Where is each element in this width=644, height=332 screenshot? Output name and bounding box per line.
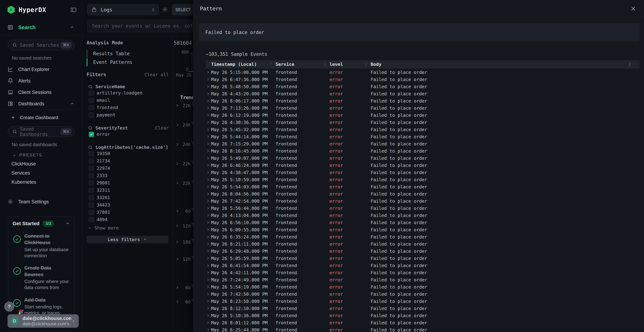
filter-option[interactable]: 32311 [86,186,169,194]
chevron-right-icon[interactable] [206,177,211,182]
event-row[interactable]: May 26 6:46:24.000 PMfrontenderrorFailed… [206,162,640,169]
chevron-right-icon[interactable] [206,184,211,189]
filter-option[interactable]: 33261 [86,194,169,201]
chevron-right-icon[interactable] [206,263,211,268]
pattern-trend-row[interactable]: 60 [173,284,193,291]
chevron-right-icon[interactable] [206,234,211,239]
checkbox[interactable] [89,158,94,164]
filter-option[interactable]: 2333 [86,172,169,179]
create-dashboard-button[interactable]: Create Dashboard [0,112,82,123]
sidebar-item-team-settings[interactable]: Team Settings [0,196,82,208]
chevron-right-icon[interactable] [206,256,211,261]
chevron-right-icon[interactable] [175,300,180,304]
event-row[interactable]: May 26 7:15:29.000 PMfrontenderrorFailed… [206,140,640,148]
filter-option[interactable]: error [86,130,169,138]
pattern-trend-row[interactable]: 180 [173,238,193,246]
checkbox[interactable] [89,217,94,222]
chevron-right-icon[interactable] [206,249,211,254]
chevron-right-icon[interactable] [206,328,211,332]
chevron-right-icon[interactable] [206,70,211,74]
filter-option[interactable]: 21734 [86,157,169,164]
chevron-right-icon[interactable] [206,242,211,246]
chevron-right-icon[interactable] [206,77,211,82]
chevron-right-icon[interactable] [206,98,211,103]
chevron-right-icon[interactable] [206,206,211,210]
analysis-mode-option[interactable]: Event Patterns [86,58,169,66]
checkbox[interactable] [89,188,94,193]
event-row[interactable]: May 26 6:56:10.000 PMfrontenderrorFailed… [206,219,640,226]
event-row[interactable]: May 26 6:12:19.000 PMfrontenderrorFailed… [206,112,640,119]
pattern-trend-row[interactable]: 120 [173,222,193,230]
event-row[interactable]: May 26 4:38:47.000 PMfrontenderrorFailed… [206,169,640,176]
analysis-mode-option[interactable]: Results Table [86,49,169,58]
checkbox[interactable] [89,202,94,208]
sidebar-item-search[interactable]: Search [0,20,82,35]
chevron-right-icon[interactable] [206,199,211,204]
col-header-service[interactable]: Service [276,62,330,67]
chevron-right-icon[interactable] [175,224,180,228]
filter-option[interactable]: frontend [86,104,169,111]
chevron-right-icon[interactable] [206,84,211,89]
event-row[interactable]: May 26 6:47:36.000 PMfrontenderrorFailed… [206,76,640,83]
pattern-trend-row[interactable]: 120 [173,256,193,262]
event-row[interactable]: May 26 5:48:50.000 PMfrontenderrorFailed… [206,83,640,90]
sidebar-item-client-sessions[interactable]: Client Sessions [0,86,82,98]
chevron-up-icon[interactable] [66,221,70,226]
less-filters-button[interactable]: Less filters [86,236,168,243]
clear-filter-link[interactable]: Clear [155,126,169,130]
sidebar-collapse-icon[interactable] [70,6,77,13]
sidebar-item-dashboards[interactable]: Dashboards [0,98,82,110]
chevron-right-icon[interactable] [206,270,211,275]
checkbox[interactable] [89,112,94,118]
event-row[interactable]: May 26 6:25:44.000 PMfrontenderrorFailed… [206,326,640,332]
checkbox[interactable] [89,132,94,137]
show-more-toggle[interactable]: Show more [86,224,169,232]
source-select[interactable]: Logs [87,4,159,15]
chevron-right-icon[interactable] [175,285,180,290]
checkbox[interactable] [89,166,94,171]
event-row[interactable]: May 26 7:24:49.000 PMfrontenderrorFailed… [206,276,640,283]
preset-item-kubernetes[interactable]: Kubernetes [0,178,82,187]
event-row[interactable]: May 26 5:54:19.000 PMfrontenderrorFailed… [206,283,640,290]
event-row[interactable]: May 26 4:13:04.000 PMfrontenderrorFailed… [206,212,640,219]
event-row[interactable]: May 26 6:09:55.000 PMfrontenderrorFailed… [206,226,640,233]
filter-option[interactable]: 19350 [86,150,169,157]
chevron-right-icon[interactable] [206,163,211,168]
chevron-right-icon[interactable] [175,122,180,127]
chevron-up-icon[interactable] [70,25,74,30]
filter-option[interactable]: 37801 [86,208,169,216]
event-row[interactable]: May 26 4:30:36.000 PMfrontenderrorFailed… [206,119,640,126]
event-row[interactable]: May 26 8:04:56.000 PMfrontenderrorFailed… [206,190,640,198]
chevron-right-icon[interactable] [175,161,180,166]
event-row[interactable]: May 26 7:42:50.000 PMfrontenderrorFailed… [206,290,640,298]
pattern-trend-row[interactable]: 22K [173,160,193,167]
chevron-right-icon[interactable] [175,240,180,244]
event-row[interactable]: May 26 8:01:12.000 PMfrontenderrorFailed… [206,319,640,326]
pattern-trend-row[interactable]: 22K [173,102,193,109]
column-resize-handle[interactable]: ⋮ [269,62,273,67]
col-header-body[interactable]: Body [371,62,640,67]
chevron-right-icon[interactable] [206,292,211,296]
filter-option[interactable]: 4894 [86,216,169,223]
event-row[interactable]: May 26 5:45:32.000 PMfrontenderrorFailed… [206,126,640,133]
select-columns-button[interactable]: SELECT [172,4,193,15]
chevron-up-icon[interactable] [70,102,74,106]
chevron-right-icon[interactable] [175,181,180,186]
chevron-right-icon[interactable] [206,113,211,118]
checkbox[interactable] [89,210,94,215]
event-row[interactable]: May 26 6:29:48.000 PMfrontenderrorFailed… [206,248,640,255]
chevron-right-icon[interactable] [206,213,211,218]
help-button[interactable]: ? [4,302,14,312]
chevron-right-icon[interactable] [206,320,211,325]
event-row[interactable]: May 26 4:43:20.000 PMfrontenderrorFailed… [206,90,640,97]
presets-toggle[interactable]: PRESETS [0,150,82,160]
event-row[interactable]: May 26 8:16:45.000 PMfrontenderrorFailed… [206,148,640,154]
chevron-right-icon[interactable] [206,120,211,125]
filter-option[interactable]: payment [86,111,169,118]
get-started-step[interactable]: Connect to ClickHouseSet up your databas… [12,233,70,259]
pattern-trend-row[interactable]: 24K [173,141,193,148]
chevron-right-icon[interactable] [206,170,211,175]
pattern-trend-row[interactable]: 60 [173,298,193,305]
event-row[interactable]: May 26 4:42:11.000 PMfrontenderrorFailed… [206,269,640,276]
event-row[interactable]: May 26 5:44:14.000 PMfrontenderrorFailed… [206,133,640,140]
